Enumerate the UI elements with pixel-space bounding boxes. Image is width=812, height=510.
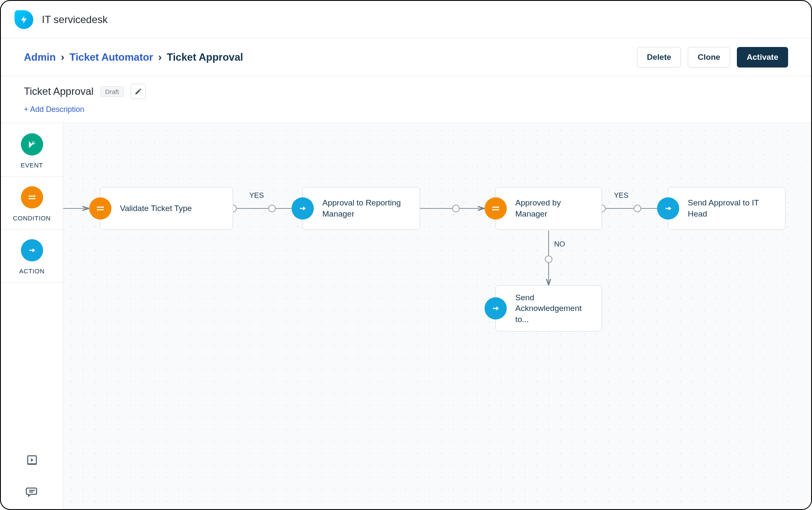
node-label: Send Approval to IT Head xyxy=(679,197,785,219)
action-icon xyxy=(657,197,679,220)
svg-marker-9 xyxy=(31,458,33,462)
playbook-icon[interactable] xyxy=(26,454,38,468)
flow-node-send-acknowledgement[interactable]: Send Acknowledgement to... xyxy=(495,285,602,331)
edge-midpoint[interactable] xyxy=(268,205,276,212)
palette-item-action[interactable]: ACTION xyxy=(1,230,63,283)
flow-node-approval-to-reporting-manager[interactable]: Approval to Reporting Manager xyxy=(302,187,420,230)
status-badge: Draft xyxy=(100,86,124,97)
svg-point-5 xyxy=(29,198,30,199)
svg-point-32 xyxy=(666,208,667,209)
breadcrumb-link-admin[interactable]: Admin xyxy=(24,51,56,63)
page-title: Ticket Approval xyxy=(24,85,93,97)
breadcrumb-bar: Admin › Ticket Automator › Ticket Approv… xyxy=(1,38,811,76)
node-label: Send Acknowledgement to... xyxy=(507,292,602,325)
header-actions: Delete Clone Activate xyxy=(637,47,788,67)
bolt-icon xyxy=(19,15,29,24)
svg-point-29 xyxy=(497,206,499,208)
edge-label-yes: YES xyxy=(249,191,264,200)
workspace: EVENT CONDITION xyxy=(1,123,811,510)
chevron-right-icon: › xyxy=(158,51,162,63)
node-label: Approval to Reporting Manager xyxy=(314,197,420,219)
event-icon xyxy=(21,133,43,155)
palette: EVENT CONDITION xyxy=(1,123,63,510)
palette-item-condition[interactable]: CONDITION xyxy=(1,177,63,230)
breadcrumb: Admin › Ticket Automator › Ticket Approv… xyxy=(24,51,243,63)
palette-item-event[interactable]: EVENT xyxy=(1,123,63,177)
condition-icon xyxy=(21,186,43,208)
palette-label: EVENT xyxy=(20,161,43,169)
title-bar: Ticket Approval Draft + Add Description xyxy=(1,76,811,123)
breadcrumb-link-automator[interactable]: Ticket Automator xyxy=(70,51,153,63)
svg-point-3 xyxy=(34,195,35,197)
pencil-icon xyxy=(134,88,142,95)
flow-canvas[interactable]: YES YES NO Validate Ticket Type xyxy=(63,123,811,510)
action-icon xyxy=(485,297,507,319)
edit-title-button[interactable] xyxy=(131,84,146,99)
action-icon xyxy=(21,239,43,261)
activate-button[interactable]: Activate xyxy=(737,47,788,67)
chevron-right-icon: › xyxy=(61,51,64,63)
node-label: Approved by Manager xyxy=(507,197,602,219)
edge-midpoint[interactable] xyxy=(452,205,460,212)
flow-node-send-approval-to-it-head[interactable]: Send Approval to IT Head xyxy=(668,187,786,230)
condition-icon xyxy=(485,197,507,220)
edge-label-yes: YES xyxy=(614,191,628,200)
palette-label: CONDITION xyxy=(13,214,51,222)
edge-label-no: NO xyxy=(554,240,565,249)
action-icon xyxy=(292,197,314,220)
node-label: Validate Ticket Type xyxy=(111,203,200,214)
breadcrumb-current: Ticket Approval xyxy=(167,51,243,63)
edge-midpoint[interactable] xyxy=(545,255,552,263)
svg-point-25 xyxy=(97,209,99,211)
svg-point-1 xyxy=(34,143,35,144)
delete-button[interactable]: Delete xyxy=(637,47,681,67)
topbar: IT servicedesk xyxy=(1,1,811,38)
edge-midpoint[interactable] xyxy=(634,205,641,212)
palette-utils xyxy=(1,443,63,510)
flow-node-validate-ticket-type[interactable]: Validate Ticket Type xyxy=(100,187,233,230)
connectors xyxy=(63,123,811,510)
palette-label: ACTION xyxy=(19,267,45,275)
svg-point-6 xyxy=(29,249,31,251)
app-title: IT servicedesk xyxy=(42,14,108,26)
svg-point-23 xyxy=(102,206,104,208)
app-logo xyxy=(15,10,33,29)
condition-icon xyxy=(89,197,111,220)
svg-point-31 xyxy=(492,209,494,211)
svg-point-0 xyxy=(33,141,34,142)
add-description-link[interactable]: + Add Description xyxy=(24,105,85,114)
flow-node-approved-by-manager[interactable]: Approved by Manager xyxy=(495,187,602,230)
svg-point-26 xyxy=(300,208,302,209)
clone-button[interactable]: Clone xyxy=(688,47,730,67)
chat-icon[interactable] xyxy=(25,485,39,501)
svg-point-34 xyxy=(493,308,495,309)
